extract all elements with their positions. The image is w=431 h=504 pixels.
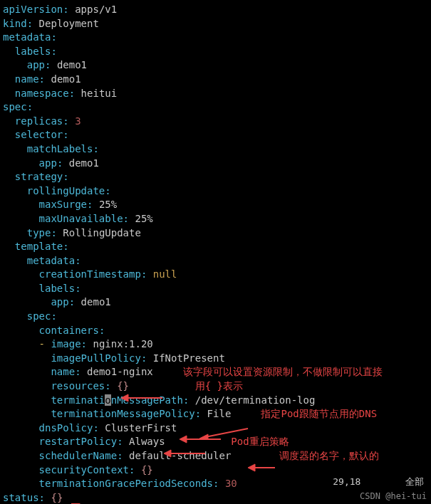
annotation-restart: Pod重启策略 bbox=[231, 436, 289, 447]
vim-status-bar: 29,18 全部 bbox=[333, 476, 424, 488]
code-editor[interactable]: apiVersion: apps/v1 kind: Deployment met… bbox=[3, 3, 428, 504]
annotation-dns: 指定Pod跟随节点用的DNS bbox=[261, 408, 377, 419]
cursor: o bbox=[105, 394, 110, 406]
watermark: CSDN @hei-tui bbox=[360, 490, 427, 503]
annotation-resources-1: 该字段可以设置资源限制，不做限制可以直接 bbox=[183, 366, 383, 377]
annotation-scheduler: 调度器的名字，默认的 bbox=[279, 450, 379, 461]
cursor-position: 29,18 bbox=[333, 476, 360, 487]
annotation-resources-2: 用{ }表示 bbox=[195, 380, 243, 392]
yaml-key: apiVersion bbox=[3, 4, 63, 15]
vim-mode: 全部 bbox=[405, 476, 424, 487]
